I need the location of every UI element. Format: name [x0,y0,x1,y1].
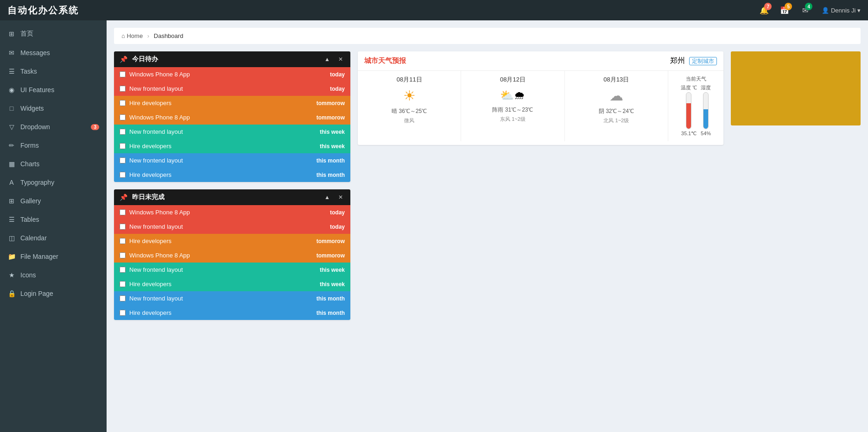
task-checkbox[interactable] [120,295,126,301]
yesterday-tasks-minimize[interactable]: ▲ [323,193,332,201]
task-checkbox[interactable] [120,172,126,178]
sidebar-item-login-page[interactable]: 🔒 Login Page [0,284,107,303]
app-title: 自动化办公系统 [7,4,79,17]
sidebar-item-widgets[interactable]: □ Widgets [0,99,107,118]
yesterday-tasks-title: 昨日未完成 [132,193,165,201]
sidebar-item-typography[interactable]: A Typography [0,173,107,192]
task-time: this month [317,310,345,316]
weather-location-tag[interactable]: 定制城市 [689,57,717,65]
sidebar-icon-gallery: ⊞ [7,197,16,205]
tasks-column: 📌 今日待办 ▲ ✕ Windows Phone 8 App today New… [114,51,350,320]
sidebar-item-tables[interactable]: ☰ Tables [0,210,107,229]
mail-button[interactable]: ✉ 4 [798,3,812,18]
table-row: Hire developers this month [114,168,350,182]
task-checkbox[interactable] [120,157,126,163]
task-label: Hire developers [129,171,313,178]
task-checkbox[interactable] [120,310,126,316]
task-checkbox[interactable] [120,238,126,244]
table-row: Windows Phone 8 App today [114,205,350,219]
chevron-down-icon: ▾ [857,7,861,14]
sidebar-item-forms[interactable]: ✏ Forms [0,136,107,155]
temp-label: 温度 ℃ [681,84,697,91]
user-icon: 👤 [822,7,829,14]
task-time: this week [320,267,345,273]
table-row: New frontend layout this month [114,291,350,306]
weather-day-2: 08月12日 ⛅🌧 阵雨 31℃～23℃ 东风 1~2级 [461,71,564,141]
task-label: Hire developers [129,100,313,106]
notifications-button[interactable]: 🔔 7 [757,3,772,18]
sidebar-label-icons: Icons [20,271,36,279]
weather-card: 城市天气预报 郑州 定制城市 08月11日 ☀ 晴 36℃～25℃ 微风 08月… [358,51,723,145]
sidebar-icon-login-page: 🔒 [7,290,16,297]
task-checkbox[interactable] [120,100,126,106]
sidebar-icon-widgets: □ [7,105,16,112]
sidebar-item-calendar[interactable]: ◫ Calendar [0,229,107,247]
task-time: this month [317,295,345,302]
table-row: New frontend layout today [114,219,350,234]
breadcrumb: ⌂ Home › Dashboard [114,28,861,44]
sidebar-badge-dropdown: 3 [91,124,99,130]
sidebar-label-login-page: Login Page [20,290,53,297]
pin-icon-2: 📌 [120,194,127,201]
table-row: Hire developers this week [114,277,350,291]
sidebar-icon-charts: ▦ [7,160,16,168]
sidebar-item-tasks[interactable]: ☰ Tasks [0,62,107,81]
task-checkbox[interactable] [120,143,126,149]
sidebar-label-home: 首页 [20,30,33,38]
sidebar-icon-forms: ✏ [7,142,16,149]
table-row: Hire developers tommorow [114,234,350,248]
task-checkbox[interactable] [120,129,126,135]
sidebar-item-messages[interactable]: ✉ Messages [0,44,107,62]
humid-label: 湿度 [701,84,711,91]
weather-days: 08月11日 ☀ 晴 36℃～25℃ 微风 08月12日 ⛅🌧 阵雨 31℃～2… [358,71,668,141]
weather-icon: ☀ [361,88,458,104]
temp-container: 温度 ℃ 35.1℃ [681,84,697,137]
task-checkbox[interactable] [120,252,126,258]
weather-temp: 阵雨 31℃～23℃ [464,106,561,114]
calendar-badge: 5 [785,3,792,10]
task-checkbox[interactable] [120,267,126,273]
task-checkbox[interactable] [120,86,126,92]
weather-date: 08月11日 [361,75,458,84]
table-row: Hire developers tommorow [114,96,350,110]
sidebar-label-charts: Charts [20,160,39,168]
yesterday-tasks-close[interactable]: ✕ [336,193,345,201]
task-checkbox[interactable] [120,224,126,230]
task-time: tommorow [317,252,345,259]
today-tasks-close[interactable]: ✕ [336,55,345,63]
sidebar-item-charts[interactable]: ▦ Charts [0,155,107,173]
user-menu[interactable]: 👤 Dennis Ji ▾ [822,7,861,14]
task-checkbox[interactable] [120,281,126,287]
weather-city: 郑州 [670,56,685,64]
yesterday-tasks-header: 📌 昨日未完成 ▲ ✕ [114,189,350,205]
task-checkbox[interactable] [120,71,126,77]
table-row: New frontend layout this week [114,263,350,277]
today-tasks-minimize[interactable]: ▲ [323,55,332,63]
today-tasks-card: 📌 今日待办 ▲ ✕ Windows Phone 8 App today New… [114,51,350,182]
task-time: this week [320,129,345,135]
sidebar-item-icons[interactable]: ★ Icons [0,266,107,284]
breadcrumb-home[interactable]: Home [127,32,143,39]
sidebar-label-file-manager: File Manager [20,253,58,260]
sidebar: ⊞ 首页 ✉ Messages ☰ Tasks ◉ UI Features □ … [0,20,107,432]
today-tasks-header: 📌 今日待办 ▲ ✕ [114,51,350,67]
sidebar-label-dropdown: Dropdown [20,123,50,131]
sidebar-icon-file-manager: 📁 [7,253,16,260]
sidebar-item-ui-features[interactable]: ◉ UI Features [0,81,107,99]
sidebar-icon-tasks: ☰ [7,68,16,75]
weather-wind: 东风 1~2级 [464,116,561,123]
calendar-button[interactable]: 📅 5 [777,3,792,18]
sidebar-icon-dropdown: ▽ [7,123,16,131]
temp-fill [686,103,691,129]
sidebar-label-messages: Messages [20,49,50,56]
sidebar-item-gallery[interactable]: ⊞ Gallery [0,192,107,210]
task-time: tommorow [317,100,345,106]
sidebar-item-file-manager[interactable]: 📁 File Manager [0,247,107,266]
sidebar-item-dropdown[interactable]: ▽ Dropdown 3 [0,118,107,136]
task-time: this week [320,281,345,288]
task-checkbox[interactable] [120,209,126,215]
task-checkbox[interactable] [120,114,126,120]
task-label: New frontend layout [129,85,326,92]
right-column: 城市天气预报 郑州 定制城市 08月11日 ☀ 晴 36℃～25℃ 微风 08月… [358,51,723,320]
sidebar-item-home[interactable]: ⊞ 首页 [0,24,107,44]
